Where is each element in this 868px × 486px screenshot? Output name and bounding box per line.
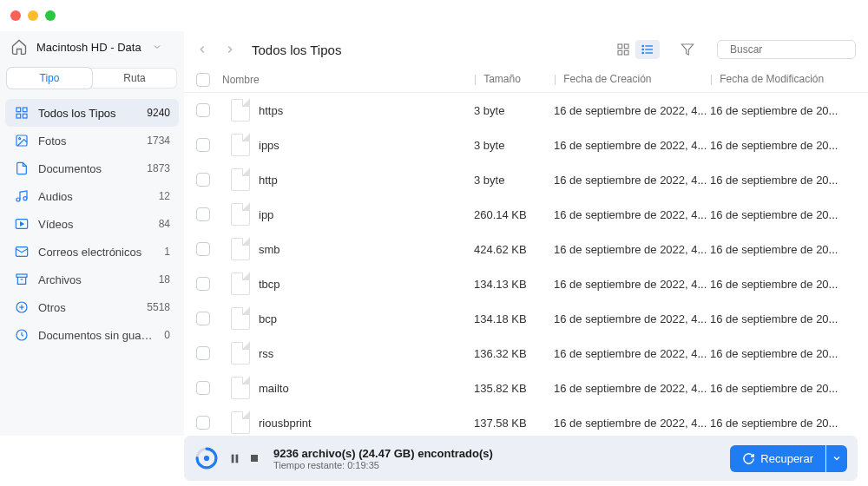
sidebar-category-2[interactable]: Documentos1873	[5, 154, 179, 182]
file-modified: 16 de septiembre de 20...	[710, 243, 856, 256]
pause-scan-button[interactable]	[229, 453, 240, 464]
table-row[interactable]: http3 byte16 de septiembre de 2022, 4...…	[184, 162, 868, 197]
maximize-window-button[interactable]	[45, 10, 56, 21]
table-row[interactable]: riousbprint137.58 KB16 de septiembre de …	[184, 405, 868, 436]
toolbar: Todos los Tipos	[184, 31, 868, 68]
nav-arrows	[196, 43, 236, 56]
table-row[interactable]: rss136.32 KB16 de septiembre de 2022, 4.…	[184, 336, 868, 371]
svg-marker-9	[21, 222, 23, 226]
table-row[interactable]: ipp260.14 KB16 de septiembre de 2022, 4.…	[184, 197, 868, 232]
table-row[interactable]: ipps3 byte16 de septiembre de 2022, 4...…	[184, 128, 868, 162]
header-checkbox-col[interactable]	[196, 73, 222, 87]
table-row[interactable]: smb424.62 KB16 de septiembre de 2022, 4.…	[184, 232, 868, 266]
content-panel: Todos los Tipos Nombre	[184, 31, 868, 436]
file-name: ipp	[259, 208, 474, 221]
header-name[interactable]: Nombre	[222, 73, 474, 87]
file-icon	[231, 377, 250, 399]
file-created: 16 de septiembre de 2022, 4...	[554, 104, 710, 117]
sidebar-category-3[interactable]: Audios12	[5, 182, 179, 210]
header-modified[interactable]: |Fecha de Modificación	[710, 73, 856, 87]
other-icon	[14, 299, 30, 315]
minimize-window-button[interactable]	[28, 10, 38, 21]
window-controls	[10, 10, 56, 21]
file-name: ipps	[259, 139, 474, 152]
sidebar-category-8[interactable]: Documentos sin guardar0	[5, 321, 179, 349]
file-icon	[231, 342, 250, 364]
file-icon	[231, 273, 250, 295]
table-row[interactable]: tbcp134.13 KB16 de septiembre de 2022, 4…	[184, 266, 868, 301]
row-checkbox[interactable]	[196, 173, 222, 187]
sidebar-category-1[interactable]: Fotos1734	[5, 127, 179, 154]
location-selector[interactable]: Macintosh HD - Data	[5, 31, 179, 68]
file-modified: 16 de septiembre de 20...	[710, 208, 856, 221]
tab-tipo[interactable]: Tipo	[7, 68, 92, 89]
category-count: 5518	[147, 301, 170, 313]
row-checkbox[interactable]	[196, 138, 222, 152]
grid-icon	[14, 105, 30, 121]
header-created[interactable]: |Fecha de Creación	[554, 73, 710, 87]
svg-rect-35	[251, 455, 258, 462]
file-table: Nombre |Tamaño |Fecha de Creación |Fecha…	[184, 68, 868, 436]
tab-ruta[interactable]: Ruta	[92, 68, 177, 89]
svg-point-7	[23, 197, 27, 200]
file-icon	[231, 411, 250, 434]
sidebar-tabs: Tipo Ruta	[7, 68, 177, 89]
svg-rect-1	[23, 108, 27, 112]
search-box[interactable]	[717, 40, 856, 59]
nav-forward-button[interactable]	[224, 43, 236, 56]
recover-button-group: Recuperar	[730, 445, 847, 472]
row-checkbox[interactable]	[196, 277, 222, 291]
filter-button[interactable]	[675, 40, 700, 59]
category-count: 0	[164, 329, 170, 341]
file-created: 16 de septiembre de 2022, 4...	[554, 139, 710, 152]
category-label: Correos electrónicos	[38, 246, 155, 259]
file-created: 16 de septiembre de 2022, 4...	[554, 382, 710, 395]
sidebar-category-4[interactable]: Vídeos84	[5, 210, 179, 238]
stop-scan-button[interactable]	[249, 453, 260, 464]
row-checkbox[interactable]	[196, 242, 222, 256]
search-input[interactable]	[730, 43, 860, 56]
file-created: 16 de septiembre de 2022, 4...	[554, 208, 710, 221]
header-size[interactable]: |Tamaño	[474, 73, 554, 87]
file-modified: 16 de septiembre de 20...	[710, 139, 856, 152]
svg-rect-19	[618, 50, 622, 55]
file-modified: 16 de septiembre de 20...	[710, 382, 856, 395]
sidebar-category-5[interactable]: Correos electrónicos1	[5, 238, 179, 266]
close-window-button[interactable]	[10, 10, 21, 21]
category-count: 1734	[147, 135, 170, 147]
category-label: Otros	[38, 301, 138, 314]
svg-rect-3	[23, 114, 27, 118]
table-row[interactable]: bcp134.18 KB16 de septiembre de 2022, 4.…	[184, 301, 868, 336]
nav-back-button[interactable]	[196, 43, 208, 56]
file-size: 3 byte	[474, 139, 554, 152]
refresh-icon	[742, 452, 755, 465]
category-count: 1	[164, 246, 170, 258]
view-list-button[interactable]	[635, 40, 660, 59]
view-grid-button[interactable]	[611, 40, 635, 59]
sidebar-category-0[interactable]: Todos los Tipos9240	[5, 99, 179, 127]
sidebar-category-6[interactable]: Archivos18	[5, 266, 179, 293]
category-label: Audios	[38, 190, 150, 203]
file-name: bcp	[259, 312, 474, 325]
row-checkbox[interactable]	[196, 346, 222, 360]
file-created: 16 de septiembre de 2022, 4...	[554, 417, 710, 430]
image-icon	[14, 133, 30, 148]
row-checkbox[interactable]	[196, 381, 222, 395]
recover-button[interactable]: Recuperar	[730, 445, 825, 472]
table-row[interactable]: mailto135.82 KB16 de septiembre de 2022,…	[184, 371, 868, 405]
file-created: 16 de septiembre de 2022, 4...	[554, 278, 710, 291]
unsaved-icon	[14, 327, 30, 343]
category-count: 1873	[147, 162, 170, 174]
file-modified: 16 de septiembre de 20...	[710, 347, 856, 360]
row-checkbox[interactable]	[196, 312, 222, 325]
row-checkbox[interactable]	[196, 207, 222, 221]
table-row[interactable]: https3 byte16 de septiembre de 2022, 4..…	[184, 93, 868, 128]
recover-dropdown-button[interactable]	[826, 445, 847, 472]
file-size: 134.13 KB	[474, 278, 554, 291]
sidebar-category-7[interactable]: Otros5518	[5, 293, 179, 321]
row-checkbox[interactable]	[196, 416, 222, 430]
file-name: tbcp	[259, 278, 474, 291]
file-icon	[231, 99, 250, 122]
row-checkbox[interactable]	[196, 103, 222, 117]
file-size: 136.32 KB	[474, 347, 554, 360]
